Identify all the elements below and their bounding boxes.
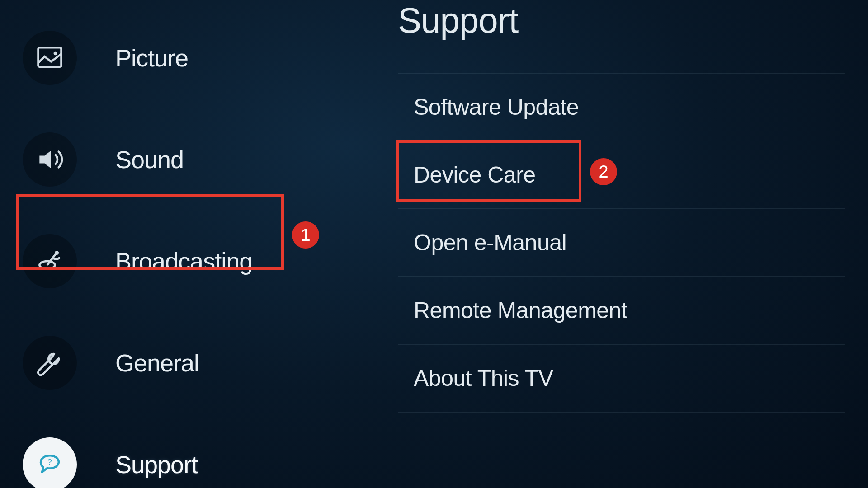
svg-point-2 xyxy=(39,261,55,269)
svg-text:?: ? xyxy=(47,458,52,466)
sidebar-item-general[interactable]: General xyxy=(14,312,389,413)
sidebar-item-sound[interactable]: Sound xyxy=(14,108,389,210)
content-title: Support xyxy=(398,0,845,41)
sound-icon xyxy=(23,132,77,187)
svg-point-3 xyxy=(55,251,59,255)
sidebar-label-picture: Picture xyxy=(115,44,188,72)
content-item-remote-management[interactable]: Remote Management xyxy=(398,277,845,345)
sidebar-label-support: Support xyxy=(115,450,198,479)
sidebar-item-picture[interactable]: Picture xyxy=(14,7,389,108)
sidebar-item-broadcasting[interactable]: Broadcasting xyxy=(14,210,389,312)
sidebar-label-sound: Sound xyxy=(115,145,184,174)
picture-icon xyxy=(23,31,77,85)
content-item-device-care[interactable]: Device Care xyxy=(398,141,845,209)
wrench-icon xyxy=(23,336,77,390)
content-list: Software Update Device Care Open e-Manua… xyxy=(398,73,845,413)
content-panel: Support Software Update Device Care Open… xyxy=(389,0,868,488)
content-item-open-e-manual[interactable]: Open e-Manual xyxy=(398,209,845,277)
sidebar: Picture Sound Broadcasting xyxy=(0,0,389,488)
sidebar-item-support[interactable]: ? Support xyxy=(14,413,389,488)
content-item-about-this-tv[interactable]: About This TV xyxy=(398,345,845,413)
sidebar-label-general: General xyxy=(115,349,199,377)
svg-point-1 xyxy=(54,51,58,55)
support-icon: ? xyxy=(23,437,77,488)
content-item-software-update[interactable]: Software Update xyxy=(398,74,845,141)
broadcast-icon xyxy=(23,234,77,288)
sidebar-label-broadcasting: Broadcasting xyxy=(115,247,252,275)
